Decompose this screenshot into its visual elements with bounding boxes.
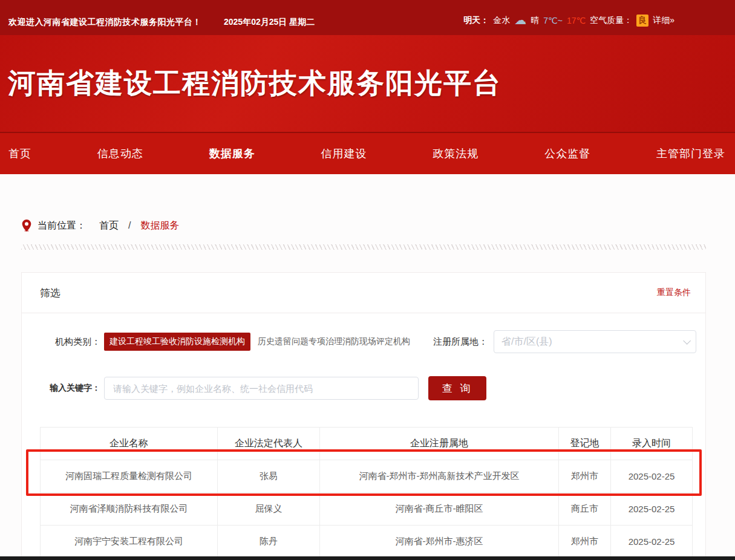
current-date: 2025年02月25日 星期二 [224, 17, 315, 28]
site-banner: 河南省建设工程消防技术服务阳光平台 [0, 35, 735, 132]
cell-entry-date: 2025-02-25 [611, 526, 693, 558]
cell-registry-city: 郑州市 [559, 460, 611, 493]
cell-registered-region: 河南省-郑州市-惠济区 [320, 526, 559, 558]
nav-item-credit[interactable]: 信用建设 [321, 146, 367, 161]
category-filter-row: 机构类别： 建设工程竣工验收消防设施检测机构 历史遗留问题专项治理消防现场评定机… [22, 331, 707, 353]
header-entry-date: 录入时间 [611, 428, 693, 460]
region-label: 注册所属地： [433, 336, 488, 348]
keyword-input[interactable] [104, 377, 419, 400]
cell-company-name: 河南省泽顺消防科技有限公司 [41, 493, 218, 526]
header-company-name: 企业名称 [41, 428, 218, 460]
weather-condition: 晴 [531, 15, 539, 26]
cell-legal-rep: 陈丹 [218, 526, 320, 558]
cloud-icon: ☁ [514, 14, 526, 26]
cell-legal-rep: 张易 [218, 460, 320, 493]
filter-panel: 筛选 重置条件 机构类别： 建设工程竣工验收消防设施检测机构 历史遗留问题专项治… [21, 272, 706, 560]
tomorrow-label: 明天： [463, 15, 489, 26]
nav-item-data-service[interactable]: 数据服务 [209, 146, 255, 161]
header-registry-city: 登记地 [559, 428, 611, 460]
region-select[interactable]: 省/市/区(县) [494, 330, 696, 353]
cell-entry-date: 2025-02-25 [611, 460, 693, 493]
results-table-wrap: 企业名称 企业法定代表人 企业注册属地 登记地 录入时间 河南固瑞工程质量检测有… [40, 427, 692, 558]
header-registered-region: 企业注册属地 [320, 428, 559, 460]
breadcrumb-label: 当前位置： [38, 220, 86, 232]
breadcrumb-current[interactable]: 数据服务 [140, 220, 179, 232]
table-row[interactable]: 河南省泽顺消防科技有限公司 屈保义 河南省-商丘市-睢阳区 商丘市 2025-0… [41, 493, 693, 526]
reset-filters-link[interactable]: 重置条件 [657, 287, 691, 298]
results-table: 企业名称 企业法定代表人 企业注册属地 登记地 录入时间 河南固瑞工程质量检测有… [40, 427, 693, 558]
region-select-placeholder: 省/市/区(县) [501, 336, 552, 348]
breadcrumb-separator: / [128, 220, 131, 231]
site-title: 河南省建设工程消防技术服务阳光平台 [8, 65, 501, 102]
table-header-row: 企业名称 企业法定代表人 企业注册属地 登记地 录入时间 [41, 428, 693, 460]
nav-item-supervision[interactable]: 公众监督 [544, 146, 590, 161]
cell-registry-city: 商丘市 [559, 493, 611, 526]
table-row[interactable]: 河南固瑞工程质量检测有限公司 张易 河南省-郑州市-郑州高新技术产业开发区 郑州… [41, 460, 693, 493]
category-label: 机构类别： [22, 336, 100, 348]
breadcrumb-home[interactable]: 首页 [99, 220, 119, 232]
main-nav: 首页 信息动态 数据服务 信用建设 政策法规 公众监督 主管部门登录 [0, 132, 735, 174]
nav-item-admin-login[interactable]: 主管部门登录 [656, 146, 725, 161]
nav-item-policy[interactable]: 政策法规 [433, 146, 479, 161]
category-option-selected[interactable]: 建设工程竣工验收消防设施检测机构 [104, 333, 250, 351]
filter-title: 筛选 [40, 286, 60, 300]
temp-high: 17℃ [567, 16, 586, 25]
location-pin-icon [22, 219, 31, 232]
cell-legal-rep: 屈保义 [218, 493, 320, 526]
keyword-label: 输入关键字： [22, 383, 100, 394]
breadcrumb: 当前位置： 首页 / 数据服务 [22, 219, 179, 232]
top-info-bar: 欢迎进入河南省建设工程消防技术服务阳光平台！ 2025年02月25日 星期二 明… [0, 0, 735, 35]
keyword-filter-row: 输入关键字： 查 询 [22, 377, 707, 400]
footer-top-edge [0, 556, 735, 560]
region-filter-group: 注册所属地： 省/市/区(县) [433, 331, 696, 353]
table-row[interactable]: 河南宇宁安装工程有限公司 陈丹 河南省-郑州市-惠济区 郑州市 2025-02-… [41, 526, 693, 558]
air-quality-badge: 良 [636, 15, 648, 27]
temp-low: 7℃~ [543, 16, 563, 25]
welcome-text: 欢迎进入河南省建设工程消防技术服务阳光平台！ [8, 17, 201, 28]
weather-detail-link[interactable]: 详细» [653, 15, 675, 26]
slash-divider [21, 244, 706, 250]
page: 欢迎进入河南省建设工程消防技术服务阳光平台！ 2025年02月25日 星期二 明… [0, 0, 735, 560]
weather-district: 金水 [493, 15, 510, 26]
filter-panel-header: 筛选 重置条件 [22, 273, 705, 313]
search-button[interactable]: 查 询 [428, 376, 486, 400]
chevron-down-icon [683, 337, 691, 345]
cell-company-name: 河南宇宁安装工程有限公司 [41, 526, 218, 558]
air-quality-label: 空气质量： [590, 15, 632, 26]
cell-registry-city: 郑州市 [559, 526, 611, 558]
cell-company-name: 河南固瑞工程质量检测有限公司 [41, 460, 218, 493]
weather-widget: 明天： 金水 ☁ 晴 7℃~ 17℃ 空气质量： 良 详细» [463, 15, 675, 27]
nav-item-news[interactable]: 信息动态 [97, 146, 143, 161]
category-option-unselected[interactable]: 历史遗留问题专项治理消防现场评定机构 [254, 333, 416, 351]
nav-item-home[interactable]: 首页 [8, 146, 31, 161]
header-legal-rep: 企业法定代表人 [218, 428, 320, 460]
cell-registered-region: 河南省-郑州市-郑州高新技术产业开发区 [320, 460, 559, 493]
cell-entry-date: 2025-02-25 [611, 493, 693, 526]
cell-registered-region: 河南省-商丘市-睢阳区 [320, 493, 559, 526]
